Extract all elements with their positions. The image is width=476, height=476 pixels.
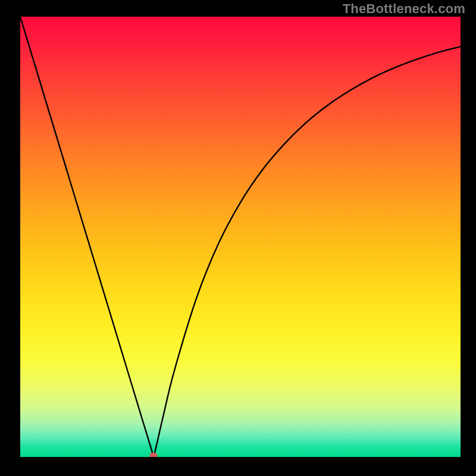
watermark-text: TheBottleneck.com <box>343 1 465 17</box>
chart-frame: TheBottleneck.com <box>0 0 476 476</box>
bottleneck-curve <box>20 17 461 457</box>
plot-area <box>20 17 461 457</box>
minimum-marker <box>150 453 158 458</box>
